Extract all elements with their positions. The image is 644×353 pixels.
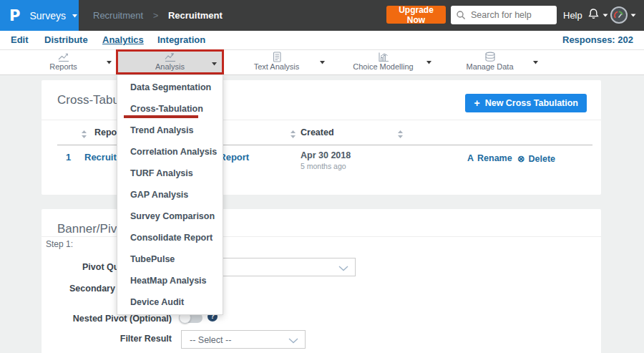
plus-icon: + bbox=[474, 97, 479, 109]
chevron-down-icon bbox=[72, 14, 78, 18]
questionpro-logo-icon: P bbox=[9, 7, 20, 24]
toolbar-analysis[interactable]: Analysis bbox=[116, 49, 224, 74]
top-header: P Surveys Recruitment > Recruitment Upgr… bbox=[0, 0, 644, 31]
menu-item-turf-analysis[interactable]: TURF Analysis bbox=[117, 163, 223, 184]
responses-count: Responses: 202 bbox=[562, 34, 633, 45]
step-label: Step 1: bbox=[46, 239, 73, 249]
search-icon bbox=[456, 10, 466, 20]
help-link[interactable]: Help bbox=[563, 10, 582, 21]
nested-pivot-label: Nested Pivot (Optional) bbox=[73, 314, 172, 324]
bar-line-chart-icon bbox=[377, 52, 390, 62]
app-window: P Surveys Recruitment > Recruitment Upgr… bbox=[0, 0, 644, 353]
toolbar-label: Choice Modelling bbox=[330, 62, 436, 71]
breadcrumb-parent[interactable]: Recruitment bbox=[93, 10, 143, 21]
breadcrumb-separator: > bbox=[153, 10, 159, 21]
toolbar-manage-data[interactable]: Manage Data bbox=[436, 50, 543, 74]
chevron-down-icon bbox=[319, 60, 326, 64]
menu-item-heatmap-analysis[interactable]: HeatMap Analysis bbox=[117, 270, 223, 291]
sort-icon[interactable] bbox=[290, 130, 296, 139]
chevron-down-icon bbox=[532, 60, 539, 64]
column-header-created: Created bbox=[301, 127, 334, 137]
rename-a-icon: A bbox=[467, 153, 474, 163]
toolbar-label: Analysis bbox=[118, 62, 222, 71]
tab-analytics[interactable]: Analytics bbox=[102, 34, 144, 45]
breadcrumb-current: Recruitment bbox=[168, 10, 223, 21]
delete-button[interactable]: ⊗Delete bbox=[517, 153, 555, 164]
breadcrumb: Recruitment > Recruitment bbox=[93, 10, 223, 21]
created-ago: 5 months ago bbox=[301, 162, 346, 170]
menu-item-consolidate-report[interactable]: Consolidate Report bbox=[117, 227, 223, 248]
menu-item-correlation-analysis[interactable]: Correlation Analysis bbox=[117, 141, 223, 163]
analysis-chart-icon bbox=[164, 52, 177, 62]
annotation-underline bbox=[124, 115, 198, 118]
chevron-down-icon bbox=[211, 62, 218, 66]
toolbar-label: Text Analysis bbox=[223, 62, 330, 71]
line-chart-icon bbox=[57, 52, 70, 62]
chevron-down-icon bbox=[602, 14, 608, 17]
new-button-label: New Cross Tabulation bbox=[485, 98, 578, 108]
created-date: Apr 30 2018 bbox=[301, 150, 351, 160]
sort-icon[interactable] bbox=[397, 130, 404, 139]
search-input[interactable] bbox=[469, 6, 555, 24]
menu-item-trend-analysis[interactable]: Trend Analysis bbox=[117, 120, 223, 141]
filter-result-value: -- Select -- bbox=[190, 335, 231, 345]
menu-item-gap-analysis[interactable]: GAP Analysis bbox=[117, 184, 223, 205]
chevron-down-icon bbox=[630, 14, 636, 17]
tab-integration[interactable]: Integration bbox=[157, 34, 205, 45]
surveys-product-switcher[interactable]: P Surveys bbox=[0, 0, 79, 31]
help-search-box bbox=[451, 6, 557, 24]
chevron-down-icon bbox=[426, 60, 432, 64]
menu-item-device-audit[interactable]: Device Audit bbox=[117, 291, 223, 313]
sort-icon[interactable] bbox=[81, 130, 87, 139]
analytics-toolbar: Reports Analysis Text Analysis bbox=[0, 50, 644, 75]
tab-distribute[interactable]: Distribute bbox=[44, 34, 88, 45]
gauge-icon bbox=[612, 8, 626, 22]
rename-label: Rename bbox=[477, 153, 512, 163]
product-name: Surveys bbox=[29, 10, 66, 21]
delete-label: Delete bbox=[528, 154, 555, 164]
tab-edit[interactable]: Edit bbox=[11, 34, 29, 45]
menu-item-tubepulse[interactable]: TubePulse bbox=[117, 248, 223, 270]
menu-item-survey-comparison[interactable]: Survey Comparison bbox=[117, 205, 223, 227]
filter-result-select[interactable]: -- Select -- bbox=[181, 330, 306, 349]
toolbar-label: Manage Data bbox=[436, 62, 543, 71]
toolbar-reports[interactable]: Reports bbox=[10, 50, 117, 74]
new-cross-tabulation-button[interactable]: + New Cross Tabulation bbox=[465, 94, 587, 112]
database-icon bbox=[484, 52, 497, 62]
chevron-down-icon bbox=[106, 60, 112, 64]
upgrade-now-button[interactable]: Upgrade Now bbox=[386, 6, 446, 24]
analysis-dropdown-menu: Data Segmentation Cross-Tabulation Trend… bbox=[117, 74, 223, 315]
menu-item-data-segmentation[interactable]: Data Segmentation bbox=[117, 77, 223, 98]
notifications-bell-icon[interactable] bbox=[587, 7, 600, 22]
chevron-down-icon bbox=[288, 338, 298, 344]
toolbar-label: Reports bbox=[10, 62, 117, 71]
survey-nav: Edit Distribute Analytics Integration Re… bbox=[0, 31, 644, 50]
row-index: 1 bbox=[66, 152, 71, 163]
toolbar-text-analysis[interactable]: Text Analysis bbox=[223, 50, 330, 74]
chevron-down-icon bbox=[338, 266, 348, 271]
document-icon bbox=[270, 52, 283, 62]
filter-result-label: Filter Result bbox=[120, 334, 172, 344]
delete-circle-x-icon: ⊗ bbox=[517, 154, 525, 164]
account-avatar[interactable] bbox=[610, 6, 628, 24]
rename-button[interactable]: ARename bbox=[467, 153, 512, 163]
toolbar-choice-modelling[interactable]: Choice Modelling bbox=[330, 50, 436, 74]
